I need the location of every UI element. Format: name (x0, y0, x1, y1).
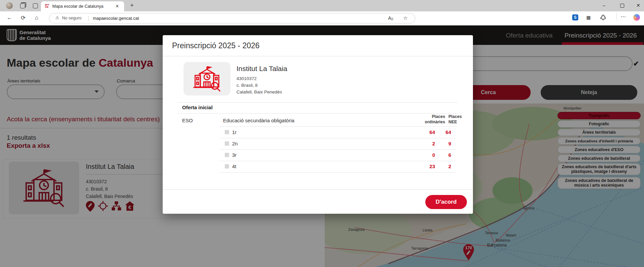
back-icon[interactable]: ← (7, 14, 12, 21)
browser-tab-strip: gencat Mapa escolar de Catalunya ✕ + – ✕ (0, 0, 644, 11)
row-places-ordinaries: 23 (408, 163, 435, 169)
row-places-nee: 6 (438, 152, 451, 158)
modal-title: Preinscripció 2025 - 2026 (172, 41, 260, 50)
read-aloud-icon[interactable]: A)) (388, 15, 393, 21)
modal-school-name: Institut La Talaia (236, 65, 287, 73)
modal-section-title: Oferta inicial (182, 105, 213, 110)
url-text: mapaescolar.gencat.cat (93, 16, 139, 21)
row-places-nee: 64 (438, 129, 451, 135)
level-name: Educació secundària obligatòria (223, 118, 294, 123)
row-checkbox (225, 153, 229, 157)
gencat-favicon: gencat (45, 3, 49, 8)
toolbar-divider (616, 13, 617, 21)
row-places-nee: 2 (438, 163, 451, 169)
row-label: 4t (232, 163, 236, 169)
row-checkbox (225, 130, 229, 134)
favorite-star-icon[interactable]: ☆ (403, 15, 408, 21)
modal-school-city: Calafell, Baix Penedès (236, 89, 282, 94)
split-screen-icon[interactable] (33, 3, 38, 8)
extension-s-icon[interactable]: S (572, 14, 578, 20)
preinscripcio-modal: Preinscripció 2025 - 2026 (163, 35, 473, 214)
col-header-places-ordinaries: Placesordinàries (418, 114, 445, 125)
window-minimize-button[interactable]: – (603, 3, 605, 8)
tab-title: Mapa escolar de Catalunya (52, 4, 103, 9)
browser-profile-avatar[interactable] (6, 2, 13, 9)
row-checkbox (225, 141, 229, 146)
modal-school-code: 43010372 (236, 76, 257, 81)
tab-close-icon[interactable]: ✕ (115, 4, 119, 9)
address-separator (88, 16, 89, 21)
row-places-nee: 9 (438, 141, 451, 146)
row-label: 3r (232, 152, 236, 158)
extensions-puzzle-icon[interactable] (600, 15, 606, 21)
address-bar[interactable]: ⚠ No seguro mapaescolar.gencat.cat A)) ☆ (49, 13, 415, 23)
copilot-icon[interactable] (633, 14, 640, 21)
modal-school-icon-box (183, 62, 230, 95)
row-checkbox (225, 164, 229, 169)
browser-toolbar: ← ⟳ ⌂ ⚠ No seguro mapaescolar.gencat.cat… (0, 11, 644, 25)
settings-more-icon[interactable]: ⋯ (621, 13, 626, 20)
new-tab-button[interactable]: + (130, 2, 134, 9)
dacord-button[interactable]: D'acord (425, 195, 467, 209)
level-code: ESO (182, 118, 193, 123)
row-places-ordinaries: 0 (408, 152, 435, 158)
table-row-4t: 4t 23 2 (220, 161, 455, 173)
security-label: No seguro (62, 16, 82, 20)
row-label: 2n (232, 141, 238, 146)
refresh-icon[interactable]: ⟳ (21, 14, 25, 21)
browser-tab[interactable]: gencat Mapa escolar de Catalunya ✕ (41, 1, 124, 11)
qr-extension-icon[interactable]: ▦ (586, 15, 591, 20)
tab-groups-icon[interactable] (20, 3, 25, 8)
modal-school-address: c. Brasil, 8 (236, 83, 258, 88)
modal-table-divider (178, 113, 458, 114)
table-row-1r: 1r 64 64 (220, 126, 455, 138)
modal-section-divider (178, 102, 458, 103)
school-building-icon (190, 65, 224, 92)
window-close-button[interactable]: ✕ (636, 3, 640, 8)
table-row-3r: 3r 0 6 (220, 149, 455, 161)
modal-title-divider (163, 56, 473, 56)
modal-footer-divider (163, 189, 473, 190)
home-icon[interactable]: ⌂ (35, 14, 38, 21)
not-secure-icon: ⚠ (55, 15, 59, 20)
row-label: 1r (232, 129, 236, 135)
col-header-places-nee: PlacesNEE (448, 114, 463, 125)
row-places-ordinaries: 2 (408, 141, 435, 146)
table-row-2n: 2n 2 9 (220, 138, 455, 150)
window-restore-button[interactable] (620, 4, 624, 8)
row-places-ordinaries: 64 (408, 129, 435, 135)
